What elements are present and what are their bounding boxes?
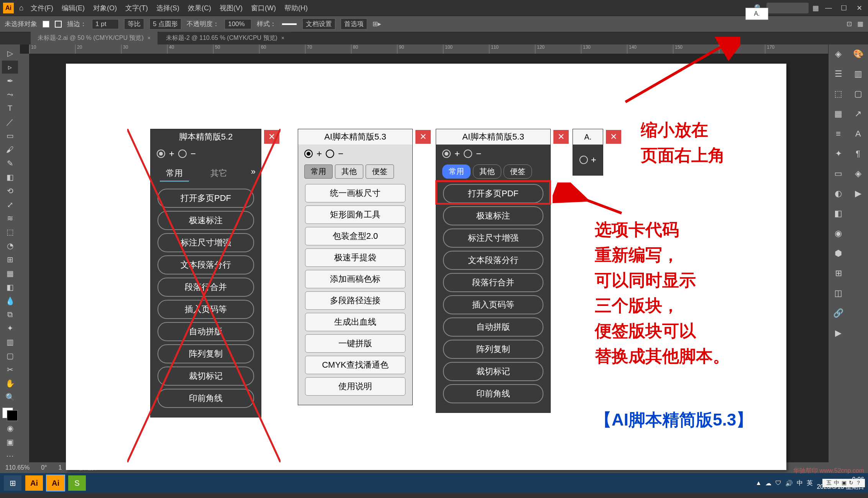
ime-icon[interactable]: 中 (797, 479, 803, 487)
align-icon[interactable]: ⊞▸ (372, 20, 381, 28)
radio-off-icon[interactable] (326, 150, 334, 158)
tab-notes[interactable]: 便签 (504, 164, 532, 179)
selection-tool[interactable]: ▷ (2, 47, 18, 60)
btn-corner-marks[interactable]: 印前角线 (158, 389, 254, 408)
radio-on-icon[interactable] (157, 150, 165, 158)
transform-icon[interactable]: ◈ (850, 166, 866, 181)
start-button[interactable]: ⊞ (4, 475, 21, 491)
panel-close-button[interactable]: ✕ (415, 130, 431, 144)
taskbar-ai-2[interactable]: Ai (47, 475, 64, 491)
stroke-weight-input[interactable]: 1 pt (92, 19, 119, 29)
btn-unify-artboard[interactable]: 统一画板尺寸 (305, 184, 405, 202)
actions-icon[interactable]: ▶ (850, 186, 866, 201)
type-tool[interactable]: T (2, 102, 18, 115)
btn-para-merge[interactable]: 段落行合并 (158, 278, 254, 297)
line-tool[interactable]: ／ (2, 115, 18, 128)
tab-common[interactable]: 常用 (304, 164, 333, 179)
panel-options-icon[interactable]: ▦ (857, 20, 863, 28)
zoom-level[interactable]: 110.65% (5, 464, 30, 471)
artboard-nav[interactable]: 1 (58, 464, 62, 471)
tab-other[interactable]: 其他 (335, 164, 363, 179)
brushes-icon[interactable]: ≡ (830, 127, 847, 141)
pathfinder-icon[interactable]: ◫ (830, 286, 847, 301)
tray-icon[interactable]: 🛡 (775, 480, 781, 486)
tab-common[interactable]: 常用 (442, 164, 471, 179)
btn-cmyk-pantone[interactable]: CMYK查找潘通色 (305, 356, 405, 374)
btn-page-number[interactable]: 插入页码等 (158, 300, 254, 319)
btn-page-number[interactable]: 插入页码等 (443, 295, 543, 314)
symbols-icon[interactable]: ✦ (830, 146, 847, 161)
menu-window[interactable]: 窗口(W) (251, 3, 276, 13)
swatches-icon[interactable]: ▦ (830, 107, 847, 121)
rotate-tool[interactable]: ⟲ (2, 184, 18, 197)
links-icon[interactable]: 🔗 (830, 306, 847, 320)
radio-on-icon[interactable] (579, 156, 588, 164)
pen-tool[interactable]: ✒ (2, 74, 18, 87)
close-icon[interactable]: × (281, 35, 284, 41)
btn-connect-paths[interactable]: 多段路径连接 (305, 291, 405, 310)
close-icon[interactable]: × (148, 35, 151, 41)
gradient-icon[interactable]: ◐ (830, 186, 847, 201)
plus-icon[interactable]: + (455, 148, 460, 159)
color-guide-icon[interactable]: ▥ (850, 67, 866, 81)
align-icon[interactable]: ⊞ (830, 266, 847, 281)
tab-common[interactable]: 常用 (160, 166, 189, 182)
transparency-icon[interactable]: ◧ (830, 206, 847, 221)
btn-crop-marks[interactable]: 裁切标记 (158, 367, 254, 386)
stroke-icon[interactable]: ▭ (830, 166, 847, 181)
edit-toolbar[interactable]: ⋯ (2, 449, 18, 462)
style-select[interactable] (282, 23, 297, 25)
color-icon[interactable]: 🎨 (850, 47, 866, 61)
free-transform-tool[interactable]: ⬚ (2, 225, 18, 238)
direct-selection-tool[interactable]: ▹ (2, 61, 18, 74)
btn-array-copy[interactable]: 阵列复制 (443, 340, 543, 359)
radio-off-icon[interactable] (464, 150, 472, 158)
curvature-tool[interactable]: ⤳ (2, 88, 18, 101)
minimize-button[interactable]: — (823, 3, 834, 13)
btn-crop-marks[interactable]: 裁切标记 (443, 362, 543, 381)
maximize-button[interactable]: ☐ (838, 3, 850, 13)
btn-dim-enhance[interactable]: 标注尺寸增强 (158, 233, 254, 252)
hand-tool[interactable]: ✋ (2, 377, 18, 390)
mesh-tool[interactable]: ▦ (2, 267, 18, 280)
zoom-tool[interactable]: 🔍 (2, 391, 18, 404)
scale-mode-select[interactable]: 等比 (124, 18, 144, 30)
btn-dim-enhance[interactable]: 标注尺寸增强 (443, 228, 543, 248)
layers-icon[interactable]: ☰ (830, 67, 847, 81)
minimized-panel-title[interactable]: A. (745, 8, 768, 20)
taskbar-app[interactable]: S (68, 475, 86, 491)
cc-libraries-icon[interactable]: ⬚ (830, 87, 847, 101)
para-icon[interactable]: ¶ (850, 146, 866, 161)
taskbar-ai-1[interactable]: Ai (25, 475, 43, 491)
plus-icon[interactable]: + (591, 154, 596, 165)
close-button[interactable]: ✕ (853, 3, 865, 13)
play-icon[interactable]: ▶ (830, 326, 847, 340)
search-input[interactable] (766, 3, 809, 13)
btn-array-copy[interactable]: 阵列复制 (158, 344, 254, 363)
menu-file[interactable]: 文件(F) (31, 3, 53, 13)
btn-corner-marks[interactable]: 印前角线 (443, 384, 543, 403)
tray-icon[interactable]: ☁ (765, 480, 771, 487)
gradient-tool[interactable]: ◧ (2, 281, 18, 294)
chevron-right-icon[interactable]: » (251, 167, 256, 177)
char-icon[interactable]: A (850, 127, 866, 141)
screen-mode[interactable]: ▣ (2, 436, 18, 449)
btn-round-corner[interactable]: 矩形圆角工具 (305, 205, 405, 224)
btn-para-merge[interactable]: 段落行合并 (443, 273, 543, 292)
fill-swatch[interactable] (43, 21, 49, 28)
appearance-icon[interactable]: ◉ (830, 226, 847, 241)
btn-one-click-impose[interactable]: 一键拼版 (305, 334, 405, 353)
canvas-area[interactable]: 1020304050607080901001101201301401501601… (20, 44, 828, 462)
symbol-tool[interactable]: ✦ (2, 322, 18, 335)
tray-icon[interactable]: 🔊 (785, 480, 793, 487)
btn-text-split[interactable]: 文本段落分行 (443, 251, 543, 270)
tab-other[interactable]: 其他 (473, 164, 501, 179)
minus-icon[interactable]: − (190, 148, 196, 159)
menu-edit[interactable]: 编辑(E) (62, 3, 85, 13)
opacity-input[interactable]: 100% (225, 19, 251, 29)
perspective-tool[interactable]: ⊞ (2, 253, 18, 266)
rotation[interactable]: 0° (41, 464, 47, 471)
ime-tray[interactable]: 五中▣↻？ (822, 479, 865, 487)
artboard-tool[interactable]: ▢ (2, 349, 18, 362)
shape-builder-tool[interactable]: ◔ (2, 239, 18, 252)
